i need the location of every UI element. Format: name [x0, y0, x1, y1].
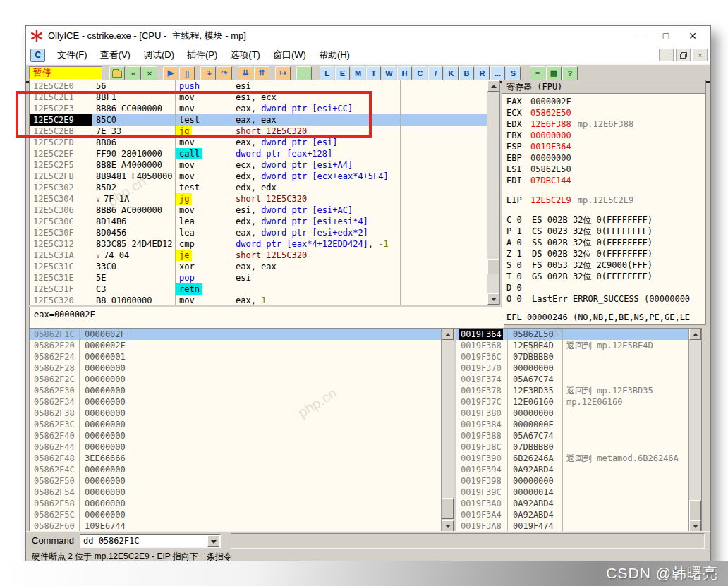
- dump-scrollbar[interactable]: [441, 329, 454, 532]
- dump-row[interactable]: 05862F2C00000000: [30, 374, 442, 385]
- flag-row[interactable]: P 1 CS 0023 32位 0(FFFFFFFF): [502, 226, 705, 237]
- stack-scrollbar[interactable]: [688, 329, 701, 532]
- panel-button-t[interactable]: T: [366, 66, 381, 80]
- scroll-down-icon[interactable]: [487, 293, 499, 305]
- register-row[interactable]: EBX00000000: [502, 130, 705, 141]
- register-row[interactable]: EIP12E5C2E9mp.12E5C2E9: [502, 195, 705, 206]
- panel-button-r[interactable]: R: [475, 66, 490, 80]
- breakpoint-list-button[interactable]: ≡: [530, 66, 545, 80]
- dropdown-arrow-icon[interactable]: [207, 535, 219, 547]
- stack-row[interactable]: 0019F39800000000: [456, 475, 689, 487]
- minimize-button[interactable]: —: [626, 28, 653, 44]
- disasm-row[interactable]: 12E5C31A∨74 04jeshort 12E5C320: [30, 250, 487, 261]
- register-row[interactable]: EAX0000002F: [502, 96, 705, 107]
- animate-over-button[interactable]: ⇈: [254, 66, 269, 80]
- flag-row[interactable]: A 0 SS 002B 32位 0(FFFFFFFF): [502, 237, 705, 248]
- stack-row[interactable]: 0019F3840000000E: [456, 419, 689, 430]
- mdi-close-button[interactable]: ×: [693, 49, 708, 61]
- disasm-row[interactable]: 12E5C2EFFF90 28010000calldword ptr [eax+…: [30, 148, 487, 159]
- dump-row[interactable]: 05862F200000002F: [30, 340, 442, 351]
- disasm-row[interactable]: 12E5C31C33C0xoreax, eax: [30, 261, 487, 272]
- flag-row[interactable]: D 0: [502, 282, 705, 293]
- scroll-up-icon[interactable]: [487, 80, 499, 92]
- disasm-row[interactable]: 12E5C2FB8B9481 F4050000movedx, dword ptr…: [30, 171, 487, 182]
- stack-row[interactable]: 0019F37C12E06160mp.12E06160: [456, 396, 689, 408]
- close-button[interactable]: ×: [679, 28, 706, 44]
- stack-row[interactable]: 0019F36812E5BE4D返回到 mp.12E5BE4D: [456, 340, 689, 351]
- scroll-thumb[interactable]: [689, 500, 701, 521]
- dump-row[interactable]: 05862F4C00000000: [30, 464, 442, 475]
- menu-item[interactable]: 窗口(W): [267, 47, 313, 63]
- close-program-button[interactable]: ×: [142, 66, 157, 80]
- panel-button-c[interactable]: C: [413, 66, 427, 80]
- run-button[interactable]: ▶: [163, 66, 178, 80]
- menu-item[interactable]: 调试(D): [137, 47, 181, 63]
- dump-row[interactable]: 05862F5800000000: [30, 498, 442, 509]
- panel-button-h[interactable]: H: [397, 66, 412, 80]
- disasm-row[interactable]: 12E5C30285D2testedx, edx: [30, 182, 487, 193]
- disasm-row[interactable]: 12E5C304∨7F 1Ajgshort 12E5C320: [30, 193, 487, 205]
- dump-row[interactable]: 05862F3C00000000: [30, 419, 442, 430]
- stack-row[interactable]: 0019F37405A67C74: [456, 374, 689, 385]
- step-into-button[interactable]: ↴: [200, 66, 216, 80]
- go-to-button[interactable]: →: [296, 66, 312, 80]
- panel-button-k[interactable]: K: [444, 66, 459, 80]
- scroll-thumb[interactable]: [487, 259, 499, 274]
- help-button[interactable]: ?: [562, 66, 578, 80]
- menu-item[interactable]: 文件(F): [51, 47, 94, 63]
- mdi-minimize-button[interactable]: –: [659, 49, 674, 61]
- dump-row[interactable]: 05862F5400000000: [30, 487, 442, 498]
- menu-item[interactable]: 查看(V): [94, 47, 137, 63]
- menu-item[interactable]: 帮助(H): [313, 47, 356, 63]
- dump-row[interactable]: 05862F5000000000: [30, 475, 442, 487]
- disasm-row[interactable]: 12E5C2F58B8E A4000000movecx, dword ptr […: [30, 159, 487, 171]
- panel-button-...[interactable]: ...: [490, 66, 505, 80]
- stack-row[interactable]: 0019F36405862E50: [456, 329, 689, 340]
- panel-button-s[interactable]: S: [506, 66, 521, 80]
- dump-row[interactable]: 05862F3800000000: [30, 408, 442, 419]
- stack-row[interactable]: 0019F3A40A92ABD4: [456, 509, 689, 520]
- disasm-row[interactable]: 12E5C30F8D0456leaeax, dword ptr [esi+edx…: [30, 227, 487, 238]
- menu-item[interactable]: 选项(T): [224, 47, 267, 63]
- stack-row[interactable]: 0019F39C00000014: [456, 487, 689, 498]
- menu-item[interactable]: 插件(P): [181, 47, 224, 63]
- stack-row[interactable]: 0019F38C07DBBBB0: [456, 441, 689, 453]
- scroll-up-icon[interactable]: [689, 329, 701, 340]
- disasm-row[interactable]: 12E5C2E056pushesi: [30, 80, 487, 92]
- stack-pane[interactable]: 0019F36405862E500019F36812E5BE4D返回到 mp.1…: [456, 328, 702, 532]
- panel-button-b[interactable]: B: [459, 66, 474, 80]
- step-over-button[interactable]: ↷: [217, 66, 232, 80]
- registers-pane[interactable]: 寄存器 (FPU) EAX0000002FECX05862E50EDX12E6F…: [502, 80, 706, 325]
- disasm-row[interactable]: 12E5C31E5Epopesi: [30, 272, 487, 283]
- register-row[interactable]: ECX05862E50: [502, 107, 705, 118]
- disasm-row[interactable]: 12E5C320B8 01000000moveax, 1: [30, 295, 487, 305]
- dump-row[interactable]: 05862F2400000001: [30, 351, 442, 362]
- disasm-row[interactable]: 12E5C2E38B86 CC000000moveax, dword ptr […: [30, 103, 487, 114]
- scroll-thumb[interactable]: [442, 498, 454, 519]
- disassembly-pane[interactable]: 12E5C2E056pushesi12E5C2E18BF1movesi, ecx…: [29, 80, 500, 305]
- register-row[interactable]: EBP00000000: [502, 152, 705, 164]
- dump-row[interactable]: 05862F60109E6744: [30, 520, 442, 532]
- dump-row[interactable]: 05862F2800000000: [30, 362, 442, 374]
- panel-button-l[interactable]: L: [320, 66, 334, 80]
- disasm-row[interactable]: 12E5C30C8D14B6leaedx, dword ptr [esi+esi…: [30, 216, 487, 227]
- memory-dump-pane[interactable]: 05862F1C0000002F05862F200000002F05862F24…: [29, 328, 454, 532]
- appearance-button[interactable]: ▦: [546, 66, 562, 80]
- panel-button-w[interactable]: W: [382, 66, 396, 80]
- stack-row[interactable]: 0019F36C07DBBBB0: [456, 351, 689, 362]
- disasm-row[interactable]: 12E5C2ED8B06moveax, dword ptr [esi]: [30, 137, 487, 148]
- dump-row[interactable]: 05862F3400000000: [30, 396, 442, 408]
- scroll-up-icon[interactable]: [442, 329, 454, 340]
- maximize-button[interactable]: □: [653, 28, 679, 44]
- disasm-row[interactable]: 12E5C3068BB6 AC000000movesi, dword ptr […: [30, 205, 487, 216]
- stack-row[interactable]: 0019F37000000000: [456, 362, 689, 374]
- dump-row[interactable]: 05862F1C0000002F: [30, 329, 442, 340]
- flag-row[interactable]: O 0 LastErr ERROR_SUCCESS (00000000: [502, 293, 705, 305]
- dump-row[interactable]: 05862F3000000000: [30, 385, 442, 396]
- stack-row[interactable]: 0019F3A80019F474: [456, 520, 689, 532]
- execute-till-return-button[interactable]: ↦: [275, 66, 291, 80]
- stack-row[interactable]: 0019F3A00A92ABD4: [456, 498, 689, 509]
- flag-row[interactable]: S 0 FS 0053 32位 2C9000(FFF): [502, 260, 705, 271]
- panel-button-/[interactable]: /: [428, 66, 443, 80]
- disasm-scrollbar[interactable]: [487, 80, 499, 305]
